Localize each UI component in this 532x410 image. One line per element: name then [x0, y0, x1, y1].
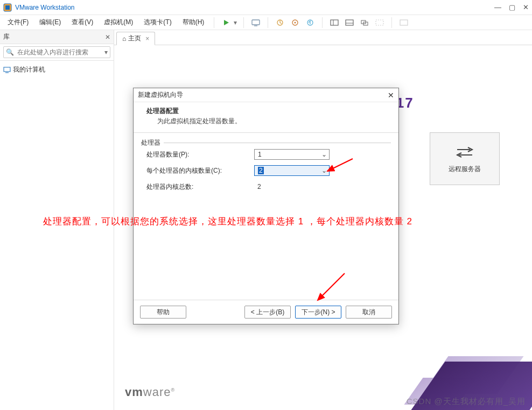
tree-item-label: 我的计算机 [13, 65, 45, 74]
window-titlebar: VMware Workstation — ▢ ✕ [0, 0, 532, 15]
toolbar-divider [391, 17, 392, 28]
menu-help[interactable]: 帮助(H) [178, 17, 209, 28]
tile-label: 远程服务器 [449, 165, 481, 174]
dialog-title: 新建虚拟机向导 [138, 90, 183, 100]
toolbar-divider [268, 17, 268, 28]
remote-server-icon [454, 144, 475, 160]
svg-rect-3 [252, 20, 260, 25]
vmware-mark-light: ware [143, 385, 171, 399]
vmware-mark-bold: vm [125, 385, 143, 399]
dialog-subheading: 为此虚拟机指定处理器数量。 [142, 117, 390, 126]
value-total-cores: 2 [254, 183, 330, 190]
btn-label: 取消 [362, 308, 375, 317]
dialog-footer: 帮助 < 上一步(B) 下一步(N) > 取消 [134, 300, 398, 324]
back-button[interactable]: < 上一步(B) [244, 306, 291, 319]
window-minimize-button[interactable]: — [494, 3, 501, 11]
menu-vm[interactable]: 虚拟机(M) [100, 17, 137, 28]
sidebar-title: 库 [3, 32, 10, 41]
svg-rect-17 [4, 67, 10, 72]
app-icon [3, 3, 12, 12]
new-vm-wizard-dialog: 新建虚拟机向导 ✕ 处理器配置 为此虚拟机指定处理器数量。 处理器 处理器数量(… [133, 88, 399, 324]
search-icon: 🔍 [6, 48, 14, 56]
sidebar-search-input[interactable] [16, 48, 102, 56]
menu-view[interactable]: 查看(V) [67, 17, 97, 28]
dialog-close-icon[interactable]: ✕ [388, 91, 394, 100]
cycle-icon[interactable] [373, 17, 386, 29]
tab-bar: ⌂ 主页 × [114, 30, 532, 45]
computer-icon [3, 67, 11, 73]
dialog-heading: 处理器配置 [142, 107, 390, 116]
select-processor-count[interactable]: 1 ⌄ [254, 149, 330, 160]
svg-point-7 [295, 22, 296, 23]
window-close-button[interactable]: ✕ [523, 3, 529, 11]
select-value: 1 [258, 151, 262, 158]
toolbar-divider [322, 17, 323, 28]
sidebar-search[interactable]: 🔍 ▾ [3, 46, 110, 58]
label-processor-count: 处理器数量(P): [146, 150, 254, 159]
sidebar-close-icon[interactable]: ✕ [105, 33, 110, 41]
btn-label: 下一步(N) > [302, 308, 335, 317]
menubar: 文件(F) 编辑(E) 查看(V) 虚拟机(M) 选项卡(T) 帮助(H) ▾ [0, 15, 532, 30]
home-icon: ⌂ [122, 35, 126, 43]
group-title: 处理器 [141, 138, 164, 147]
unity-icon[interactable] [343, 17, 356, 29]
snapshot-icon[interactable] [274, 17, 286, 29]
snapshot-manage-icon[interactable] [289, 17, 302, 29]
tree-item-my-computer[interactable]: 我的计算机 [3, 64, 110, 75]
search-dropdown-icon[interactable]: ▾ [104, 48, 108, 56]
tile-remote-server[interactable]: 远程服务器 [430, 132, 500, 185]
menu-file[interactable]: 文件(F) [3, 17, 33, 28]
window-maximize-button[interactable]: ▢ [509, 3, 515, 11]
tab-home[interactable]: ⌂ 主页 × [116, 32, 155, 45]
menu-edit[interactable]: 编辑(E) [35, 17, 65, 28]
thumbnail-icon[interactable] [397, 17, 410, 29]
select-cores-per-processor[interactable]: 2 ⌄ [254, 165, 330, 176]
svg-rect-9 [331, 20, 338, 25]
label-total-cores: 处理器内核总数: [146, 182, 254, 192]
dialog-header: 处理器配置 为此虚拟机指定处理器数量。 [134, 102, 398, 133]
svg-rect-15 [376, 20, 383, 25]
processor-group: 处理器 处理器数量(P): 1 ⌄ 每个处理器的内核数量(C): 2 ⌄ [141, 143, 391, 193]
chevron-down-icon: ⌄ [321, 167, 327, 174]
annotation-text: 处理器配置，可以根据您的系统选择，这里处理器数量选择 1 ，每个处理器内核数量 … [43, 215, 412, 228]
screen-icon[interactable] [249, 17, 262, 29]
tab-close-icon[interactable]: × [145, 35, 149, 43]
tab-label: 主页 [128, 34, 141, 43]
csdn-watermark: CSDN @天生我材必有用_吴用 [407, 397, 526, 407]
toolbar-divider [243, 17, 244, 28]
svg-rect-11 [346, 20, 353, 25]
play-dropdown-icon[interactable]: ▾ [233, 17, 238, 29]
help-button[interactable]: 帮助 [140, 306, 186, 319]
vmware-wordmark: vmware® [125, 385, 175, 399]
next-button[interactable]: 下一步(N) > [295, 306, 341, 319]
library-tree: 我的计算机 [0, 61, 114, 79]
svg-rect-16 [400, 20, 408, 25]
btn-label: 帮助 [157, 308, 170, 317]
snapshot-revert-icon[interactable] [304, 17, 317, 29]
svg-rect-1 [5, 5, 10, 10]
btn-label: < 上一步(B) [251, 308, 284, 317]
cancel-button[interactable]: 取消 [346, 306, 392, 319]
svg-marker-2 [224, 20, 229, 25]
stretch-icon[interactable] [328, 17, 341, 29]
chevron-down-icon: ⌄ [321, 151, 327, 158]
play-icon[interactable] [220, 17, 233, 29]
fullscreen-icon[interactable] [358, 17, 371, 29]
select-value: 2 [258, 167, 264, 174]
menu-tabs[interactable]: 选项卡(T) [139, 17, 176, 28]
window-title: VMware Workstation [15, 4, 494, 11]
label-cores-per-processor: 每个处理器的内核数量(C): [146, 166, 254, 175]
toolbar-divider [214, 17, 214, 28]
